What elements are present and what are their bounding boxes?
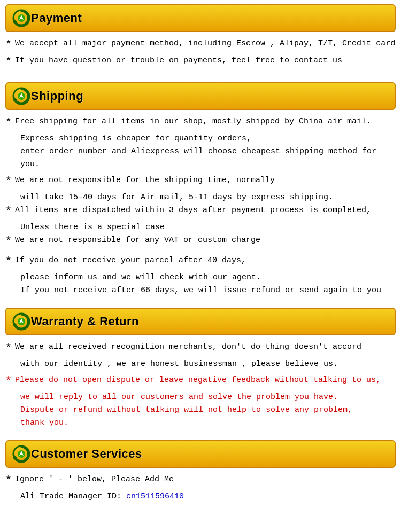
payment-header: Payment <box>5 4 396 32</box>
customer-services-icon <box>12 444 31 464</box>
shipping-text-3: All items are dispatched within 3 days a… <box>15 204 371 217</box>
shipping-icon <box>12 87 31 106</box>
shipping-text-4: We are not responsible for any VAT or cu… <box>15 234 260 247</box>
manager-label: Ali Trade Manager ID: <box>20 492 126 501</box>
shipping-text-5: If you do not receive your parcel after … <box>15 254 246 267</box>
shipping-cont-1a: Express shipping is cheaper for quantity… <box>5 132 396 145</box>
customer-text-1: Ignore ' - ' below, Please Add Me <box>15 473 174 486</box>
warranty-cont-2b: Dispute or refund without talking will n… <box>5 404 396 417</box>
warranty-title: Warranty & Return <box>31 315 139 328</box>
warranty-cont-2c: thank you. <box>5 417 396 429</box>
shipping-text-2: We are not responsible for the shipping … <box>15 174 275 187</box>
payment-section: Payment * We accept all major payment me… <box>0 0 401 78</box>
shipping-text-1: Free shipping for all items in our shop,… <box>15 115 371 128</box>
customer-services-title: Customer Services <box>31 447 142 461</box>
shipping-title: Shipping <box>31 89 83 103</box>
payment-text-2: If you have question or trouble on payme… <box>15 54 342 67</box>
warranty-header: Warranty & Return <box>5 308 396 335</box>
shipping-cont-2a: will take 15-40 days for Air mail, 5-11 … <box>5 191 396 204</box>
shipping-cont-5a: please inform us and we will check with … <box>5 271 396 284</box>
shipping-bullet-1: * Free shipping for all items in our sho… <box>5 115 396 130</box>
payment-bullet-2: * If you have question or trouble on pay… <box>5 54 396 69</box>
customer-bullet-1: * Ignore ' - ' below, Please Add Me <box>5 473 396 488</box>
bullet-star: * <box>5 174 12 189</box>
warranty-icon <box>12 312 31 331</box>
shipping-bullet-2: * We are not responsible for the shippin… <box>5 174 396 189</box>
warranty-section: Warranty & Return * We are all received … <box>0 303 401 436</box>
shipping-bullet-4: * We are not responsible for any VAT or … <box>5 234 396 249</box>
shipping-section: Shipping * Free shipping for all items i… <box>0 78 401 303</box>
customer-manager-line: Ali Trade Manager ID: cn1511596410 <box>5 490 396 503</box>
warranty-text-2: Please do not open dispute or leave nega… <box>15 374 381 387</box>
shipping-header: Shipping <box>5 82 396 110</box>
warranty-bullet-2: * Please do not open dispute or leave ne… <box>5 374 396 389</box>
bullet-star: * <box>5 254 12 269</box>
warranty-cont-1a: with our identity , we are honest busine… <box>5 358 396 371</box>
bullet-star-red: * <box>5 374 12 389</box>
shipping-cont-1b: enter order number and Aliexpress will c… <box>5 145 396 171</box>
bullet-star: * <box>5 234 12 249</box>
bullet-star: * <box>5 37 12 52</box>
bullet-star: * <box>5 341 12 356</box>
customer-services-section: Customer Services * Ignore ' - ' below, … <box>0 436 401 510</box>
bullet-star: * <box>5 54 12 69</box>
shipping-bullet-5: * If you do not receive your parcel afte… <box>5 254 396 269</box>
warranty-bullet-1: * We are all received recognition mercha… <box>5 341 396 356</box>
payment-icon <box>12 9 31 28</box>
customer-services-header: Customer Services <box>5 440 396 468</box>
bullet-star: * <box>5 115 12 130</box>
shipping-cont-3a: Unless there is a special case <box>5 221 396 234</box>
manager-id: cn1511596410 <box>126 492 184 501</box>
warranty-text-1: We are all received recognition merchant… <box>15 341 361 354</box>
payment-bullet-1: * We accept all major payment method, in… <box>5 37 396 52</box>
shipping-bullet-3: * All items are dispatched within 3 days… <box>5 204 396 219</box>
shipping-cont-5b: If you not receive after 66 days, we wil… <box>5 284 396 297</box>
bullet-star: * <box>5 473 12 488</box>
payment-title: Payment <box>31 11 82 25</box>
warranty-cont-2a: we will reply to all our customers and s… <box>5 391 396 404</box>
bullet-star: * <box>5 204 12 219</box>
payment-text-1: We accept all major payment method, incl… <box>15 37 395 50</box>
